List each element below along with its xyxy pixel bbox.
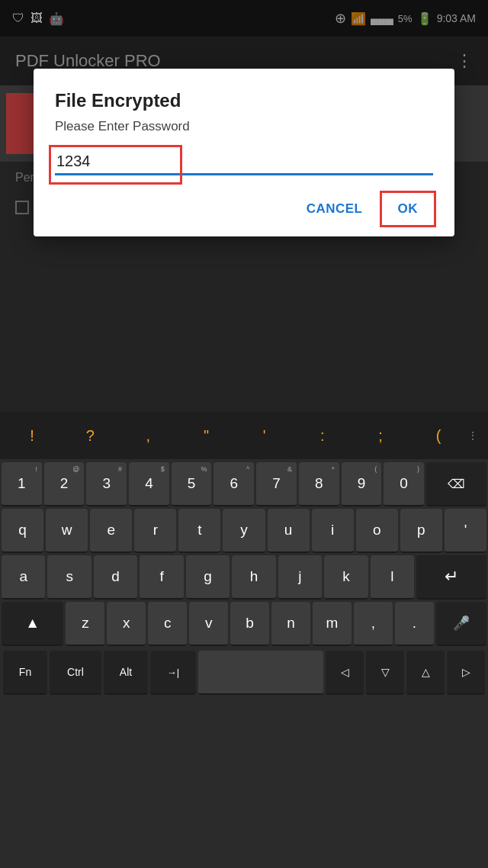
key-comma[interactable]: , [354, 602, 393, 646]
key-n[interactable]: n [271, 602, 310, 646]
key-j[interactable]: j [278, 555, 322, 600]
key-open-paren[interactable]: ( [409, 412, 467, 459]
key-e[interactable]: e [90, 509, 132, 553]
key-l[interactable]: l [371, 555, 414, 600]
zxcv-row: ▲ z x c v b n m , . 🎤 [2, 602, 486, 646]
key-4[interactable]: 4$ [129, 462, 169, 506]
key-b[interactable]: b [230, 602, 269, 646]
key-m[interactable]: m [313, 602, 352, 646]
key-tab[interactable]: →| [150, 651, 196, 695]
key-i[interactable]: i [312, 509, 354, 553]
enter-key[interactable]: ↵ [416, 555, 486, 600]
key-6[interactable]: 6^ [214, 462, 254, 506]
key-h[interactable]: h [232, 555, 275, 600]
key-double-quote[interactable]: " [177, 412, 235, 459]
backspace-key[interactable]: ⌫ [426, 462, 486, 506]
key-y[interactable]: y [223, 509, 265, 553]
key-5[interactable]: 5% [172, 462, 212, 506]
key-x[interactable]: x [107, 602, 146, 646]
key-v[interactable]: v [189, 602, 228, 646]
key-q[interactable]: q [2, 509, 43, 553]
key-p[interactable]: p [400, 509, 442, 553]
cancel-button[interactable]: CANCEL [294, 194, 375, 224]
password-input[interactable] [55, 149, 433, 175]
keyboard-special-row: ! ? , " ' : ; ( ⋮ [0, 412, 488, 459]
key-k[interactable]: k [324, 555, 368, 600]
space-key[interactable] [198, 651, 323, 695]
keyboard: ! ? , " ' : ; ( ⋮ 1! 2@ 3# 4$ 5% 6^ 7& 8… [0, 412, 488, 868]
dialog-message: Please Enter Password [55, 119, 433, 134]
key-alt[interactable]: Alt [104, 651, 148, 695]
bottom-row: Fn Ctrl Alt →| ◁ ▽ △ ▷ [2, 648, 486, 697]
key-a[interactable]: a [2, 555, 45, 600]
keyboard-rows: 1! 2@ 3# 4$ 5% 6^ 7& 8* 9( 0) ⌫ q w e r … [0, 459, 488, 702]
key-d[interactable]: d [94, 555, 137, 600]
key-c[interactable]: c [148, 602, 187, 646]
nav-left-key[interactable]: ◁ [326, 651, 364, 695]
password-input-wrapper [55, 149, 433, 175]
key-g[interactable]: g [186, 555, 230, 600]
key-apostrophe[interactable]: ' [445, 509, 486, 553]
key-single-quote-special[interactable]: ' [236, 412, 294, 459]
key-more-special: ⋮ [467, 429, 485, 442]
key-fn[interactable]: Fn [3, 651, 47, 695]
key-t[interactable]: t [178, 509, 220, 553]
key-s[interactable]: s [47, 555, 91, 600]
nav-right-key[interactable]: ▷ [447, 651, 485, 695]
key-ctrl[interactable]: Ctrl [50, 651, 101, 695]
key-z[interactable]: z [66, 602, 104, 646]
microphone-key[interactable]: 🎤 [436, 602, 486, 646]
key-r[interactable]: r [134, 509, 176, 553]
key-7[interactable]: 7& [256, 462, 297, 506]
nav-down-key[interactable]: ▽ [366, 651, 404, 695]
key-0[interactable]: 0) [384, 462, 424, 506]
key-w[interactable]: w [46, 509, 88, 553]
key-u[interactable]: u [268, 509, 310, 553]
nav-up-key[interactable]: △ [406, 651, 445, 695]
key-o[interactable]: o [356, 509, 398, 553]
ok-button-wrapper: OK [383, 194, 434, 224]
ok-button[interactable]: OK [383, 194, 434, 224]
dialog-title: File Encrypted [55, 90, 433, 111]
asdf-row: a s d f g h j k l ↵ [2, 555, 486, 600]
key-f[interactable]: f [140, 555, 183, 600]
key-2[interactable]: 2@ [44, 462, 85, 506]
key-9[interactable]: 9( [342, 462, 382, 506]
qwerty-row: q w e r t y u i o p ' [2, 509, 486, 553]
key-semicolon[interactable]: ; [352, 412, 409, 459]
key-colon[interactable]: : [294, 412, 352, 459]
key-8[interactable]: 8* [299, 462, 339, 506]
number-row: 1! 2@ 3# 4$ 5% 6^ 7& 8* 9( 0) ⌫ [2, 462, 486, 506]
key-1[interactable]: 1! [2, 462, 42, 506]
dialog-actions: CANCEL OK [55, 194, 433, 224]
key-period[interactable]: . [395, 602, 434, 646]
key-exclamation[interactable]: ! [3, 412, 61, 459]
password-dialog: File Encrypted Please Enter Password CAN… [34, 69, 454, 236]
shift-key[interactable]: ▲ [2, 602, 63, 646]
key-3[interactable]: 3# [86, 462, 127, 506]
key-question[interactable]: ? [61, 412, 119, 459]
key-comma-special[interactable]: , [119, 412, 177, 459]
